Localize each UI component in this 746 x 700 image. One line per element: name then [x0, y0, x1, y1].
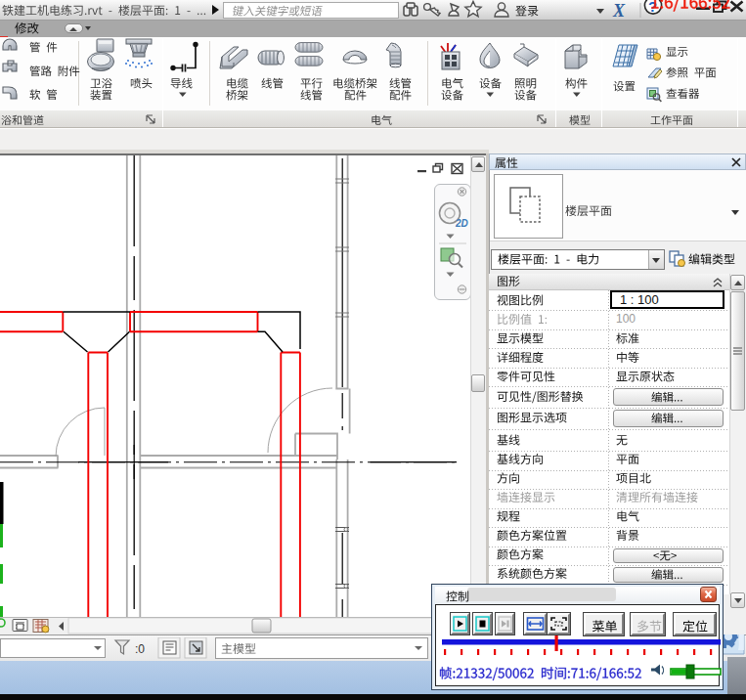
- svg-text:X: X: [612, 1, 626, 21]
- svg-text:?: ?: [648, 0, 657, 15]
- svg-text:2D: 2D: [455, 218, 468, 229]
- svg-text::0: :0: [135, 642, 145, 656]
